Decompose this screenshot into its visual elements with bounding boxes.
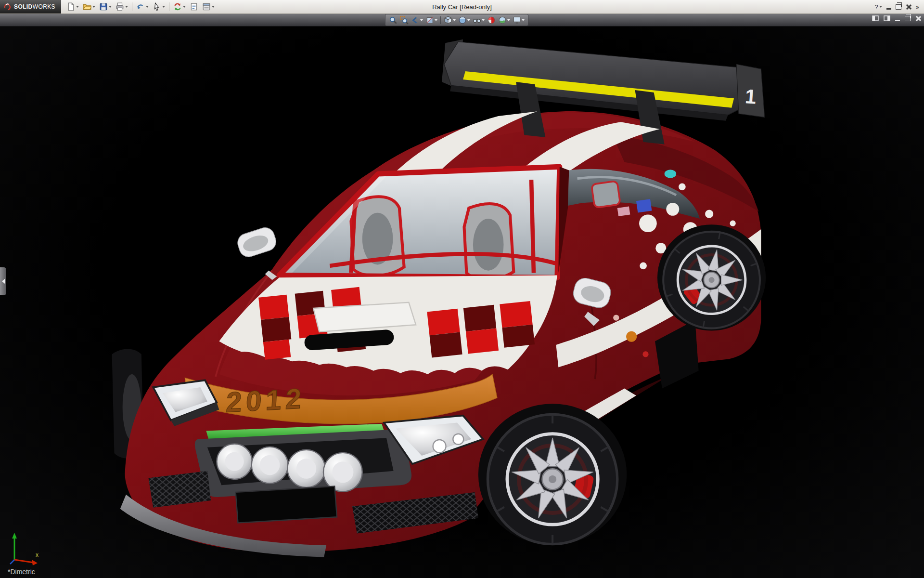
overflow-label: »	[916, 3, 919, 11]
undo-button[interactable]	[135, 1, 150, 12]
dropdown-caret[interactable]	[76, 6, 79, 8]
options-button[interactable]	[201, 1, 216, 12]
interior-detail	[665, 170, 676, 178]
file-properties-icon	[190, 2, 198, 11]
print-icon	[116, 2, 124, 11]
select-cursor-icon	[153, 2, 161, 11]
file-properties-button[interactable]	[188, 1, 200, 12]
help-button[interactable]: ?	[875, 3, 882, 11]
dropdown-caret[interactable]	[212, 6, 215, 8]
z-axis-arrow	[10, 560, 14, 564]
open-button[interactable]	[81, 1, 97, 12]
y-axis-arrow	[12, 533, 17, 560]
options-icon	[202, 2, 211, 11]
select-button[interactable]	[151, 1, 167, 12]
new-button[interactable]	[65, 1, 80, 12]
minimize-button[interactable]	[886, 4, 891, 10]
rear-wing[interactable]: 1	[442, 39, 765, 121]
open-folder-icon	[83, 2, 91, 11]
license-plate[interactable]	[236, 486, 337, 523]
rebuild-icon	[173, 2, 182, 11]
undo-icon	[136, 2, 145, 11]
new-document-icon	[66, 2, 75, 11]
rebuild-button[interactable]	[172, 1, 187, 12]
dropdown-caret[interactable]	[183, 6, 186, 8]
toolbar-separator	[169, 2, 169, 11]
dropdown-caret[interactable]	[146, 6, 149, 8]
print-button[interactable]	[114, 1, 129, 12]
toolbar-overflow-button[interactable]: »	[916, 3, 919, 11]
rally-car-model[interactable]: 1	[112, 39, 780, 557]
restore-icon	[896, 4, 901, 10]
window-controls: ? »	[875, 3, 924, 11]
orientation-triad: x	[8, 530, 45, 565]
close-icon	[906, 4, 911, 10]
save-button[interactable]	[98, 1, 113, 12]
dropdown-caret[interactable]	[162, 6, 165, 8]
save-icon	[99, 2, 108, 11]
help-label: ?	[875, 3, 878, 11]
graphics-area[interactable]: 1	[0, 13, 924, 578]
close-button[interactable]	[906, 4, 911, 10]
solidworks-logo: SOLIDWORKS	[0, 0, 61, 13]
view-orientation-label: *Dimetric	[8, 568, 35, 576]
dropdown-caret[interactable]	[879, 6, 882, 8]
dropdown-caret[interactable]	[125, 6, 128, 8]
minimize-icon	[886, 8, 891, 10]
x-axis-arrow	[14, 560, 38, 565]
brand-text: SOLIDWORKS	[14, 3, 55, 10]
dropdown-caret[interactable]	[109, 6, 112, 8]
title-bar: SOLIDWORKS	[0, 0, 924, 14]
dassault-logo-icon	[3, 2, 12, 11]
main-toolbar	[61, 1, 220, 12]
toolbar-separator	[132, 2, 132, 11]
restore-button[interactable]	[896, 4, 901, 10]
model-canvas[interactable]: 1	[0, 13, 924, 578]
hood-year-text: 2012	[225, 382, 306, 418]
dropdown-caret[interactable]	[92, 6, 95, 8]
axis-label: x	[36, 552, 38, 558]
wing-number: 1	[744, 85, 757, 108]
front-wheel[interactable]	[478, 404, 627, 545]
